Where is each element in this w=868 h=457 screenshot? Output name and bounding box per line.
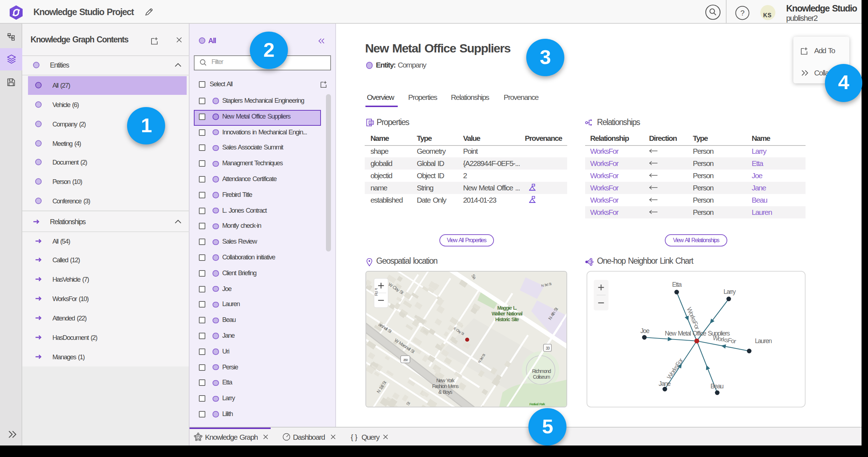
- svg-text:250: 250: [403, 358, 407, 362]
- svg-text:Fashion Mens: Fashion Mens: [432, 383, 458, 389]
- svg-text:Beau: Beau: [710, 382, 723, 389]
- svg-text:New York: New York: [436, 378, 454, 383]
- svg-text:Etta: Etta: [672, 281, 681, 288]
- svg-text:Walker National: Walker National: [491, 311, 522, 317]
- svg-text:Joe: Joe: [640, 327, 649, 334]
- svg-text:33: 33: [545, 346, 549, 350]
- svg-text:k Rd: k Rd: [374, 288, 378, 296]
- svg-text:Maggie L.: Maggie L.: [497, 305, 516, 311]
- svg-text:Larry: Larry: [723, 288, 736, 295]
- svg-text:Historic Site: Historic Site: [495, 317, 519, 322]
- svg-text:Coliseum: Coliseum: [533, 374, 550, 380]
- svg-text:WorksFor: WorksFor: [665, 356, 684, 380]
- svg-text:Festival Park: Festival Park: [529, 402, 545, 406]
- svg-text:Richmond: Richmond: [532, 368, 550, 374]
- svg-text:& Boys: & Boys: [438, 389, 452, 395]
- svg-text:Lauren: Lauren: [755, 337, 771, 344]
- svg-text:WorksFor: WorksFor: [712, 334, 736, 345]
- svg-text:Jane: Jane: [658, 380, 670, 387]
- svg-text:?: ?: [741, 9, 745, 17]
